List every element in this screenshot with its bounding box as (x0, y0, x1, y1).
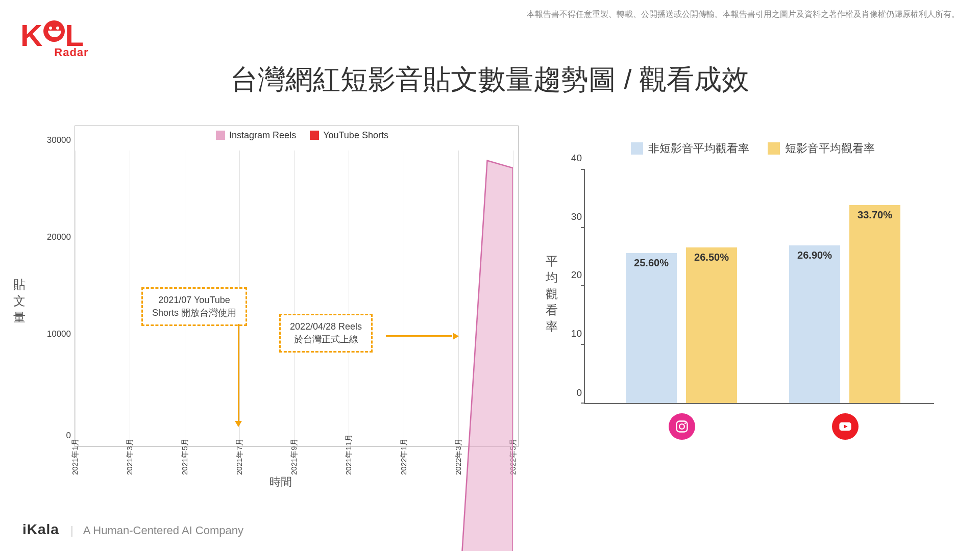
trend-chart: 貼文量 Instagram Reels YouTube Shorts 0 100… (36, 118, 526, 486)
logo-smile-icon (43, 20, 65, 42)
legend-label-short: 短影音平均觀看率 (785, 142, 875, 155)
legend-label-nonshort: 非短影音平均觀看率 (648, 142, 749, 155)
annotation-reels-launch: 2022/04/28 Reels於台灣正式上線 (279, 314, 373, 353)
instagram-icon (669, 413, 695, 440)
trend-y-axis-label: 貼文量 (12, 277, 27, 325)
bar-value: 25.60% (626, 257, 677, 269)
trend-legend: Instagram Reels YouTube Shorts (75, 130, 518, 141)
bar-yt-short: 33.70% (849, 205, 900, 403)
trend-ytick: 0 (39, 431, 71, 441)
legend-swatch-shorts (310, 131, 319, 140)
bar-value: 33.70% (849, 209, 900, 221)
viewrate-ytick: 40 (561, 153, 582, 164)
trend-x-axis-label: 時間 (36, 474, 526, 490)
legend-swatch-reels (216, 131, 225, 140)
footer-brand: iKala (22, 521, 59, 537)
trend-ytick: 10000 (39, 329, 71, 339)
page-title: 台灣網紅短影音貼文數量趨勢圖 / 觀看成效 (0, 61, 980, 98)
bar-value: 26.50% (686, 252, 737, 263)
view-rate-chart: 非短影音平均觀看率 短影音平均觀看率 平均觀看率 0 10 20 30 40 2… (551, 141, 939, 457)
viewrate-ytick: 10 (561, 328, 582, 339)
disclaimer-text: 本報告書不得任意重製、轉載、公開播送或公開傳輸。本報告書引用之圖片及資料之著作權… (527, 9, 960, 20)
logo-subtext: Radar (20, 48, 122, 57)
bar-ig-short: 26.50% (686, 247, 737, 403)
bar-yt-nonshort: 26.90% (789, 245, 840, 403)
footer-tagline: A Human-Centered AI Company (83, 524, 243, 537)
youtube-icon (832, 413, 859, 440)
trend-ytick: 30000 (39, 135, 71, 145)
viewrate-ytick: 20 (561, 269, 582, 281)
bar-group-instagram: 25.60% 26.50% (626, 247, 737, 403)
bar-group-youtube: 26.90% 33.70% (789, 205, 900, 403)
trend-plot-area: 0 10000 20000 30000 2021年1月 2021年3月 2021… (75, 151, 513, 441)
bar-ig-nonshort: 25.60% (626, 253, 677, 403)
viewrate-plot-area: 0 10 20 30 40 25.60% 26.50% 26.90% 33.70… (584, 169, 934, 404)
viewrate-ytick: 30 (561, 211, 582, 222)
viewrate-y-axis-label: 平均觀看率 (544, 253, 559, 335)
legend-label-shorts: YouTube Shorts (323, 130, 388, 140)
trend-plot-frame: Instagram Reels YouTube Shorts 0 10000 2… (75, 126, 519, 447)
svg-point-2 (684, 422, 686, 424)
trend-ytick: 20000 (39, 232, 71, 242)
bar-value: 26.90% (789, 249, 840, 261)
annotation-youtube-launch: 2021/07 YouTubeShorts 開放台灣使用 (141, 287, 247, 326)
kol-radar-logo: KL Radar (20, 20, 122, 57)
legend-label-reels: Instagram Reels (229, 130, 296, 140)
svg-point-1 (679, 424, 684, 429)
viewrate-ytick: 0 (561, 387, 582, 398)
legend-swatch-nonshort (631, 142, 643, 155)
footer: iKala | A Human-Centered AI Company (22, 521, 243, 538)
viewrate-legend: 非短影音平均觀看率 短影音平均觀看率 (551, 141, 939, 156)
legend-swatch-short (768, 142, 780, 155)
